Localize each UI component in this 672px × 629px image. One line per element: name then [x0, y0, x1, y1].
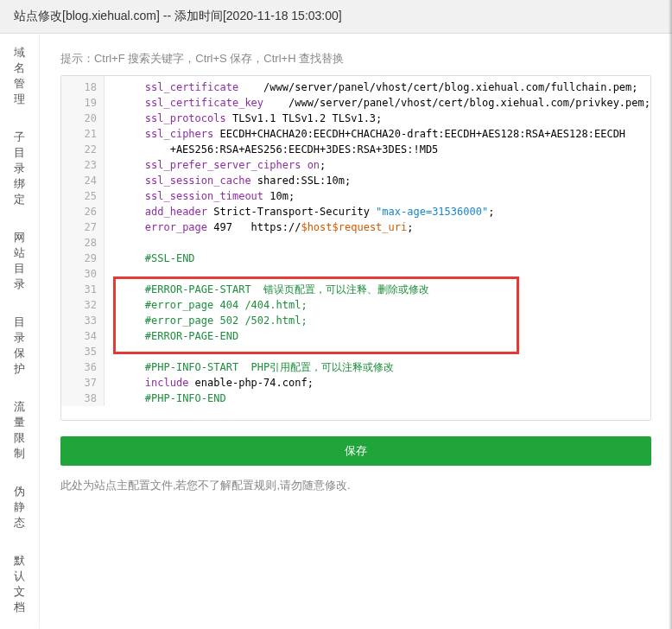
sidebar-item-3[interactable]: 目录保护 [0, 303, 39, 388]
sidebar-item-1[interactable]: 子目录绑定 [0, 118, 39, 219]
body: 域名管理子目录绑定网站目录目录保护流量限制伪静态默认文档配置文件SSLPHP版本… [0, 34, 672, 628]
modal-window: 站点修改[blog.xiehual.com] -- 添加时间[2020-11-1… [0, 0, 672, 629]
code-area[interactable]: ssl_certificate /www/server/panel/vhost/… [105, 76, 650, 420]
line-gutter: 1819202122232425262728293031323334353637… [61, 76, 105, 406]
footnote: 此处为站点主配置文件,若您不了解配置规则,请勿随意修改. [60, 478, 651, 493]
code-editor[interactable]: 1819202122232425262728293031323334353637… [60, 75, 651, 421]
title-bar: 站点修改[blog.xiehual.com] -- 添加时间[2020-11-1… [0, 0, 672, 34]
main-panel: 提示：Ctrl+F 搜索关键字，Ctrl+S 保存，Ctrl+H 查找替换 18… [40, 34, 672, 628]
sidebar-item-4[interactable]: 流量限制 [0, 388, 39, 473]
sidebar-item-2[interactable]: 网站目录 [0, 219, 39, 303]
sidebar-item-5[interactable]: 伪静态 [0, 473, 39, 542]
save-button[interactable]: 保存 [60, 436, 651, 466]
sidebar-item-7[interactable]: 配置文件 [0, 626, 39, 628]
shadow-edge [669, 0, 672, 629]
sidebar-item-6[interactable]: 默认文档 [0, 542, 39, 626]
hint-text: 提示：Ctrl+F 搜索关键字，Ctrl+S 保存，Ctrl+H 查找替换 [60, 51, 651, 67]
window-title: 站点修改[blog.xiehual.com] -- 添加时间[2020-11-1… [14, 9, 342, 22]
sidebar: 域名管理子目录绑定网站目录目录保护流量限制伪静态默认文档配置文件SSLPHP版本… [0, 34, 40, 628]
sidebar-item-0[interactable]: 域名管理 [0, 34, 39, 118]
